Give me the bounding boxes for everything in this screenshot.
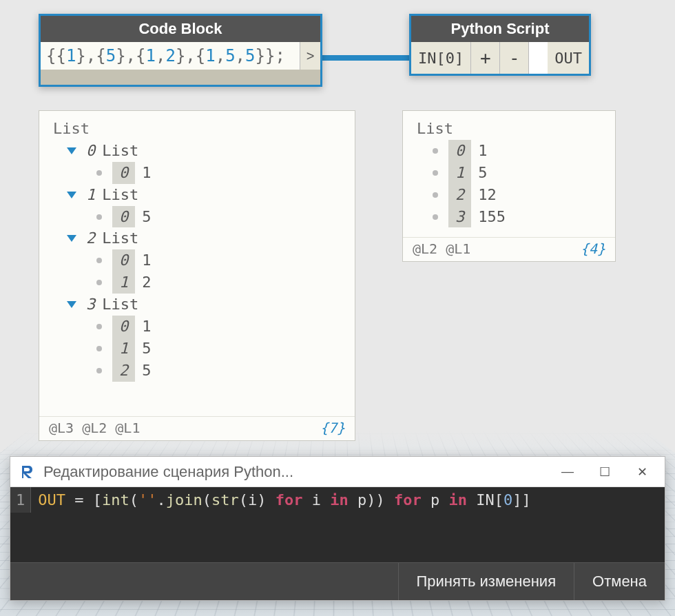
dot-icon	[433, 214, 438, 220]
watch1-group-header[interactable]: 3 List	[67, 294, 344, 316]
expand-icon[interactable]	[67, 235, 76, 242]
dot-icon	[96, 368, 102, 373]
node-py-title: Python Script	[411, 16, 589, 42]
editor-line-1[interactable]: OUT = [int(''.join(str(i) for i in p)) f…	[31, 487, 537, 513]
watch1-item: 1 5	[94, 338, 344, 360]
dot-icon	[433, 192, 438, 198]
editor-accept-button[interactable]: Принять изменения	[398, 563, 574, 600]
watch1-item: 1 2	[94, 271, 344, 294]
watch2-item: 3 155	[430, 206, 604, 228]
watch1-item: 0 1	[94, 316, 344, 338]
watch1-group-header[interactable]: 0 List	[67, 140, 344, 162]
expand-icon[interactable]	[67, 147, 76, 154]
watch1-item: 0 5	[94, 206, 344, 228]
window-close-button[interactable]: ✕	[623, 457, 661, 486]
py-in-port[interactable]: IN[0]	[411, 42, 471, 74]
dot-icon	[433, 170, 438, 176]
watch1-item: 2 5	[94, 360, 344, 382]
expand-icon[interactable]	[67, 192, 76, 198]
watch-panel-input: List 0 List0 11 List0 52 List0 11 23 Lis…	[39, 110, 355, 441]
editor-cancel-button[interactable]: Отмена	[574, 563, 665, 600]
dot-icon	[96, 258, 102, 263]
dot-icon	[96, 324, 102, 329]
watch1-item: 0 1	[94, 162, 344, 184]
watch-panel-output: List 0 11 52 123 155 @L2 @L1 {4}	[402, 110, 616, 262]
editor-code-area[interactable]: 1 OUT = [int(''.join(str(i) for i in p))…	[10, 487, 665, 513]
watch2-levels: @L2 @L1	[413, 240, 470, 257]
watch1-item: 0 1	[94, 249, 344, 271]
editor-title: Редактирование сценария Python...	[43, 463, 549, 481]
watch1-group-header[interactable]: 2 List	[67, 227, 344, 249]
node-wire	[322, 51, 412, 65]
watch1-levels: @L3 @L2 @L1	[49, 420, 140, 436]
watch1-root: List	[53, 118, 344, 140]
code-out-port[interactable]: >	[300, 42, 320, 70]
window-maximize-button[interactable]: ☐	[586, 457, 623, 486]
py-add-input-button[interactable]: +	[471, 42, 500, 74]
watch2-item: 2 12	[430, 184, 604, 206]
revit-logo-icon	[19, 463, 37, 481]
dot-icon	[96, 346, 102, 351]
code-input[interactable]: {{1},{5},{1,2},{1,5,5}};	[41, 42, 300, 70]
watch1-group-header[interactable]: 1 List	[67, 184, 344, 206]
dot-icon	[96, 170, 102, 176]
node-code-block[interactable]: Code Block {{1},{5},{1,2},{1,5,5}}; >	[39, 14, 322, 87]
node-code-footer	[41, 70, 320, 85]
dot-icon	[96, 214, 102, 220]
dot-icon	[96, 280, 102, 285]
py-out-port[interactable]: OUT	[548, 42, 589, 74]
window-minimize-button[interactable]: —	[549, 457, 586, 486]
node-python-script[interactable]: Python Script IN[0] + - OUT	[409, 14, 591, 76]
expand-icon[interactable]	[67, 301, 76, 308]
watch2-item: 0 1	[430, 140, 604, 162]
python-editor-window: Редактирование сценария Python... — ☐ ✕ …	[10, 456, 665, 601]
editor-titlebar[interactable]: Редактирование сценария Python... — ☐ ✕	[10, 457, 665, 487]
watch2-item: 1 5	[430, 162, 604, 184]
watch2-root: List	[417, 118, 604, 140]
py-remove-input-button[interactable]: -	[500, 42, 529, 74]
node-code-title: Code Block	[41, 16, 320, 42]
watch1-count: {7}	[320, 420, 345, 436]
watch2-count: {4}	[581, 240, 605, 257]
dot-icon	[433, 148, 438, 154]
editor-gutter: 1	[10, 487, 31, 513]
